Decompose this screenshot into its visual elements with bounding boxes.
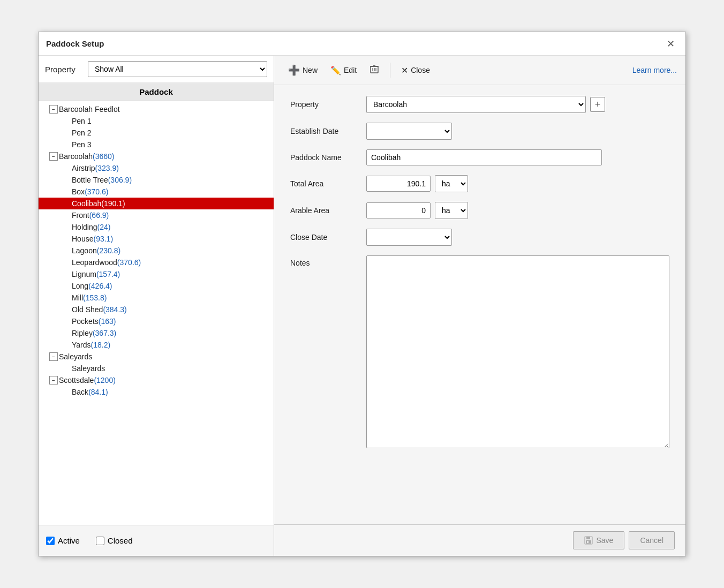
edit-icon: ✏️ (330, 65, 341, 76)
tree-item-mill[interactable]: Mill (153.8) (39, 292, 274, 304)
window-title: Paddock Setup (46, 39, 104, 48)
right-panel: ➕ New ✏️ Edit (274, 56, 685, 556)
save-button[interactable]: Save (573, 531, 624, 549)
closed-checkbox[interactable] (96, 537, 104, 545)
tree-item-house[interactable]: House (93.1) (39, 233, 274, 245)
tree-item-pen1[interactable]: Pen 1 (39, 115, 274, 127)
paddock-name-label: Paddock Name (290, 153, 360, 162)
close-date-label: Close Date (290, 233, 360, 242)
edit-button[interactable]: ✏️ Edit (325, 62, 362, 79)
left-panel: Property Show All Barcoolah Barcoolah Fe… (39, 56, 274, 556)
tree-label-mill: Mill (72, 293, 83, 302)
tree-item-barcoolah-feedlot[interactable]: − Barcoolah Feedlot (39, 103, 274, 115)
tree-label-box: Box (72, 187, 85, 196)
tree-item-pockets[interactable]: Pockets (163) (39, 315, 274, 327)
closed-label: Closed (108, 536, 133, 545)
tree-item-bottle-tree[interactable]: Bottle Tree (306.9) (39, 174, 274, 186)
total-area-input[interactable] (366, 176, 431, 192)
tree-count-barcoolah: (3660) (93, 152, 114, 161)
property-form-select[interactable]: Barcoolah Barcoolah Feedlot Saleyards Sc… (366, 96, 586, 113)
tree-item-airstrip[interactable]: Airstrip (323.9) (39, 162, 274, 174)
tree-count-house: (93.1) (93, 235, 113, 243)
form-actions: Save Cancel (274, 524, 685, 556)
tree-count-lagoon: (230.8) (97, 246, 120, 255)
tree-item-saleyards-parent[interactable]: − Saleyards (39, 351, 274, 363)
delete-button[interactable] (364, 61, 384, 79)
new-button[interactable]: ➕ New (283, 61, 323, 79)
tree-label-bottle-tree: Bottle Tree (72, 176, 108, 184)
new-label: New (303, 66, 318, 74)
tree-item-lignum[interactable]: Lignum (157.4) (39, 268, 274, 280)
establish-date-select[interactable] (366, 123, 452, 140)
save-label: Save (596, 536, 613, 545)
tree-count-bottle-tree: (306.9) (108, 176, 132, 184)
total-area-unit-select[interactable]: ha ac km² (435, 175, 468, 192)
arable-area-unit-select[interactable]: ha ac km² (435, 202, 468, 219)
tree-label-pockets: Pockets (72, 317, 99, 326)
arable-area-inputs: ha ac km² (366, 202, 468, 219)
tree-label-yards: Yards (72, 341, 91, 349)
closed-filter[interactable]: Closed (96, 536, 133, 545)
tree-item-leopardwood[interactable]: Leopardwood (370.6) (39, 257, 274, 268)
tree-label-ripley: Ripley (72, 329, 93, 337)
tree-item-pen3[interactable]: Pen 3 (39, 139, 274, 150)
tree-label-pen2: Pen 2 (72, 129, 92, 137)
tree-item-scottsdale[interactable]: − Scottsdale (1200) (39, 374, 274, 386)
tree-item-yards[interactable]: Yards (18.2) (39, 339, 274, 351)
total-area-row: Total Area ha ac km² (290, 175, 669, 192)
tree-item-box[interactable]: Box (370.6) (39, 186, 274, 198)
establish-date-row: Establish Date (290, 123, 669, 140)
tree-item-back[interactable]: Back (84.1) (39, 386, 274, 398)
arable-area-input[interactable] (366, 202, 431, 218)
tree-item-old-shed[interactable]: Old Shed (384.3) (39, 304, 274, 315)
property-field-container: Barcoolah Barcoolah Feedlot Saleyards Sc… (366, 96, 605, 113)
close-date-select[interactable] (366, 229, 452, 246)
tree-item-holding[interactable]: Holding (24) (39, 221, 274, 233)
cancel-button[interactable]: Cancel (629, 531, 675, 549)
arable-area-row: Arable Area ha ac km² (290, 202, 669, 219)
save-icon (584, 536, 593, 545)
add-property-button[interactable]: + (590, 97, 605, 112)
paddock-tree[interactable]: − Barcoolah Feedlot Pen 1 Pen 2 Pen 3 (39, 101, 274, 525)
close-button[interactable]: ✕ Close (396, 62, 435, 79)
tree-item-ripley[interactable]: Ripley (367.3) (39, 327, 274, 339)
paddock-name-input[interactable] (366, 149, 602, 165)
plus-icon: ➕ (288, 64, 300, 76)
property-filter-select[interactable]: Show All Barcoolah Barcoolah Feedlot Sal… (88, 61, 267, 77)
establish-date-label: Establish Date (290, 127, 360, 135)
active-checkbox[interactable] (46, 537, 55, 545)
tree-item-lagoon[interactable]: Lagoon (230.8) (39, 245, 274, 257)
x-icon: ✕ (401, 65, 408, 76)
tree-label-pen3: Pen 3 (72, 140, 92, 149)
notes-textarea[interactable] (366, 255, 669, 448)
collapse-saleyards[interactable]: − (49, 352, 58, 361)
tree-label-lignum: Lignum (72, 270, 96, 278)
collapse-barcoolah-feedlot[interactable]: − (49, 105, 58, 114)
tree-item-front[interactable]: Front (66.9) (39, 209, 274, 221)
learn-more-link[interactable]: Learn more... (632, 66, 677, 74)
tree-item-coolibah[interactable]: Coolibah (190.1) (39, 198, 274, 209)
svg-rect-9 (587, 541, 589, 543)
tree-label-pen1: Pen 1 (72, 117, 92, 125)
tree-label-holding: Holding (72, 223, 97, 231)
tree-label-scottsdale: Scottsdale (59, 376, 94, 385)
tree-count-leopardwood: (370.6) (117, 258, 141, 267)
cancel-label: Cancel (640, 536, 663, 545)
title-bar: Paddock Setup ✕ (39, 32, 685, 56)
tree-count-front: (66.9) (89, 211, 109, 220)
form-area: Property Barcoolah Barcoolah Feedlot Sal… (274, 85, 685, 524)
tree-item-long[interactable]: Long (426.4) (39, 280, 274, 292)
tree-item-pen2[interactable]: Pen 2 (39, 127, 274, 139)
window-close-button[interactable]: ✕ (663, 37, 678, 51)
tree-label-barcoolah: Barcoolah (59, 152, 93, 161)
tree-label-airstrip: Airstrip (72, 164, 95, 172)
tree-label-long: Long (72, 282, 88, 290)
collapse-barcoolah[interactable]: − (49, 152, 58, 161)
tree-count-mill: (153.8) (83, 293, 107, 302)
tree-item-barcoolah[interactable]: − Barcoolah (3660) (39, 150, 274, 162)
tree-item-saleyards-child[interactable]: Saleyards (39, 363, 274, 374)
collapse-scottsdale[interactable]: − (49, 376, 58, 385)
active-filter[interactable]: Active (46, 536, 80, 545)
arable-area-label: Arable Area (290, 206, 360, 215)
property-filter-label: Property (45, 65, 82, 74)
